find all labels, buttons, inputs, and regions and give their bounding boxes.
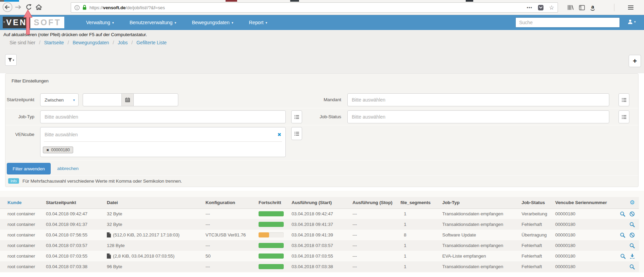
cell-job_typ: Transaktionsdaten empfangen — [442, 209, 522, 219]
breadcrumb-separator: / — [131, 40, 133, 45]
red-arrow-annotation — [23, 10, 33, 35]
table-row: root container03.04.2018 09:42:4732 Byte… — [0, 209, 639, 219]
cell-ausfuehrung_stop: --- — [352, 251, 400, 261]
cell-ausfuehrung_start: 03.04.2018 07:03:55 — [292, 251, 352, 261]
search-input[interactable] — [515, 17, 620, 28]
startzeitpunkt-operator-select[interactable]: Zwischen ▾ — [40, 93, 79, 106]
navbar-menu: Verwaltung▾Benutzerverwaltung▾Bewegungsd… — [86, 15, 267, 30]
search-icon[interactable] — [629, 243, 635, 248]
cell-file_segments: 1 — [400, 251, 442, 261]
cell-file_segments: 8 — [400, 230, 442, 240]
vencube-list-button[interactable] — [291, 127, 302, 140]
cell-actions — [609, 230, 639, 240]
pocket-icon[interactable] — [538, 5, 544, 11]
menu-item-report[interactable]: Report▾ — [249, 20, 267, 25]
clear-selection-icon[interactable]: ✖ — [277, 132, 281, 137]
cell-job_typ: Transaktionsdaten empfangen — [442, 261, 522, 272]
cell-job_status: Fehlerhaft — [522, 219, 555, 230]
forward-button[interactable] — [14, 3, 22, 11]
jobs-table: KundeStartzeitpunktDateiKonfigurationFor… — [0, 197, 639, 272]
cell-job_typ: Transaktionsdaten empfangen — [442, 240, 522, 251]
table-settings-gear-icon[interactable]: ⚙ — [630, 197, 639, 208]
hamburger-menu-icon[interactable] — [628, 5, 633, 10]
breadcrumb-item-gefilterte-liste[interactable]: Gefilterte Liste — [136, 40, 167, 45]
remove-tag-icon[interactable]: ✖ — [46, 148, 49, 152]
col-header-job_status: Job-Status — [522, 197, 555, 209]
chevron-down-icon: ▾ — [232, 21, 233, 25]
page-bottom — [0, 273, 644, 277]
tab-strip-fragment — [226, 0, 237, 2]
search-icon[interactable] — [629, 264, 635, 270]
mandant-list-button[interactable] — [618, 93, 629, 106]
download-icon[interactable] — [630, 253, 635, 259]
progress-bar — [259, 243, 284, 248]
cell-vencube_seriennummer: 00000180 — [555, 209, 609, 219]
sidebar-icon[interactable] — [579, 5, 585, 10]
cell-kunde: root container — [0, 261, 46, 272]
cell-startzeitpunkt: 03.04.2018 07:56:55 — [46, 230, 107, 240]
search-icon[interactable] — [629, 222, 635, 227]
chevron-down-icon: ▾ — [73, 98, 75, 102]
search-icon[interactable] — [620, 211, 625, 217]
list-icon — [622, 98, 627, 102]
toolbar-divider — [614, 4, 614, 11]
search-icon[interactable] — [620, 232, 625, 238]
chevron-down-icon: ▾ — [175, 21, 176, 25]
browser-toolbar: https://vensoft.de/de/job/list//?&f=ses … — [0, 0, 644, 15]
url-bar[interactable]: https://vensoft.de/de/job/list//?&f=ses … — [71, 2, 558, 13]
breadcrumb-separator: / — [68, 40, 69, 45]
col-header-konfiguration: Konfiguration — [205, 197, 259, 209]
col-header-file_segments: file_segments — [400, 197, 442, 209]
home-button[interactable] — [35, 4, 42, 10]
calendar-button[interactable] — [121, 93, 134, 106]
menu-item-benutzerverwaltung[interactable]: Benutzerverwaltung▾ — [130, 20, 176, 25]
cancel-link[interactable]: abbrechen — [57, 166, 79, 171]
back-button[interactable] — [2, 2, 13, 13]
date-from-input[interactable] — [83, 93, 122, 106]
padlock-icon — [82, 5, 87, 10]
add-button[interactable]: + — [629, 55, 641, 67]
table-row: root container03.04.2018 07:03:3896 Byte… — [0, 261, 639, 272]
bookmark-star-icon[interactable]: ☆ — [549, 5, 554, 11]
cell-vencube_seriennummer: 00000180 — [555, 261, 609, 272]
col-header-actions: ⚙ — [609, 197, 639, 209]
amazon-icon[interactable]: a — [590, 4, 595, 11]
selected-tag[interactable]: ✖ 00000180 — [43, 147, 73, 153]
cell-actions — [609, 261, 639, 272]
list-icon — [294, 132, 299, 136]
mandant-label: Mandant — [278, 93, 341, 106]
search-icon[interactable] — [620, 253, 626, 259]
cell-job_typ: Software Update — [442, 230, 522, 240]
user-menu-button[interactable]: ▾ — [628, 19, 635, 24]
chevron-down-icon: ▾ — [265, 21, 267, 25]
cell-konfiguration: VTC3USB Ver81.76 — [205, 230, 259, 240]
breadcrumb-item-startseite[interactable]: Startseite — [44, 40, 64, 45]
job-status-list-button[interactable] — [618, 110, 629, 123]
cell-startzeitpunkt: 03.04.2018 09:41:37 — [46, 219, 107, 230]
progress-bar — [259, 232, 284, 237]
filter-toggle-button[interactable]: ▾ — [5, 54, 17, 66]
menu-item-verwaltung[interactable]: Verwaltung▾ — [86, 20, 114, 25]
info-text: Für Mehrfachauswahl verschiedene Werte m… — [22, 179, 182, 184]
breadcrumb-item-bewegungsdaten[interactable]: Bewegungsdaten — [72, 40, 109, 45]
vencube-multiselect[interactable]: Bitte auswählen ✖ ✖ 00000180 — [40, 127, 286, 157]
library-icon[interactable] — [567, 5, 574, 10]
cancel-icon[interactable] — [629, 232, 635, 238]
cell-vencube_seriennummer: 00000180 — [555, 251, 609, 261]
page-actions-icon[interactable]: ••• — [527, 5, 532, 10]
cell-kunde: root container — [0, 209, 46, 219]
breadcrumb-item-jobs[interactable]: Jobs — [118, 40, 128, 45]
site-info-icon[interactable] — [75, 5, 80, 10]
cancel-icon[interactable] — [629, 211, 635, 217]
job-typ-input[interactable] — [40, 110, 286, 123]
chevron-down-icon: ▾ — [112, 21, 114, 25]
col-header-vencube_seriennummer: Vencube Seriennummer — [555, 197, 609, 209]
col-header-kunde[interactable]: Kunde — [0, 197, 46, 209]
vensoft-logo[interactable]: VEN® SOFT — [3, 17, 64, 28]
mandant-input[interactable] — [347, 93, 609, 106]
date-to-input[interactable] — [133, 93, 178, 106]
menu-item-bewegungsdaten[interactable]: Bewegungsdaten▾ — [192, 20, 233, 25]
cell-startzeitpunkt: 03.04.2018 07:03:57 — [46, 240, 107, 251]
apply-filter-button[interactable]: Filter anwenden — [7, 163, 51, 174]
job-status-input[interactable] — [347, 110, 609, 123]
